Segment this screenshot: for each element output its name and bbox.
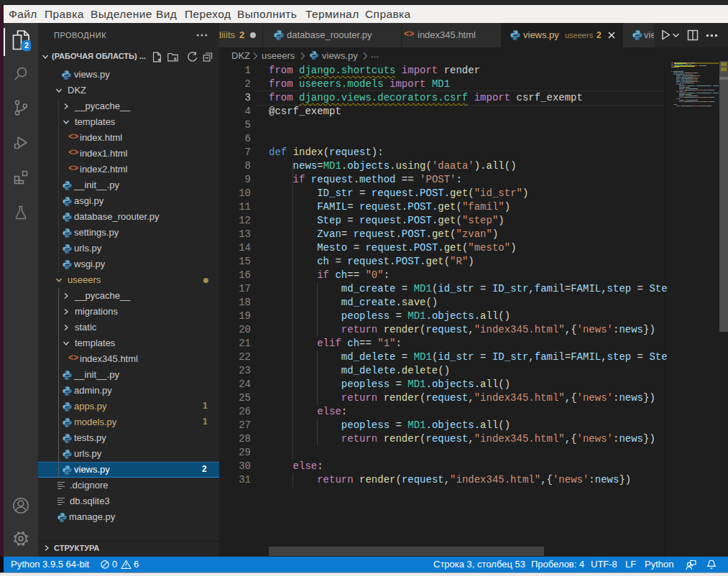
svg-text:2: 2 xyxy=(24,41,29,50)
